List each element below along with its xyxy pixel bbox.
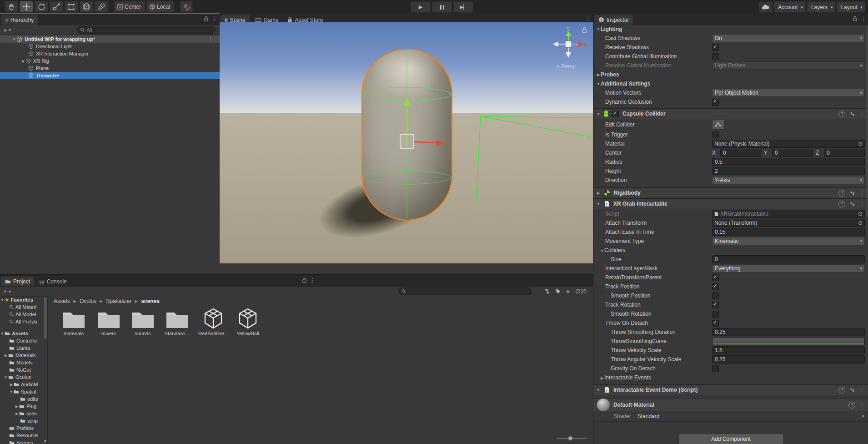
panel-menu-icon[interactable]: ⋮	[861, 15, 866, 22]
scene-menu-icon[interactable]: ⋮	[208, 36, 213, 42]
section-probes[interactable]: ▶Probes	[593, 70, 868, 79]
attach-transform-field[interactable]: None (Transform)⊙	[712, 219, 865, 227]
receive-shadows-checkbox[interactable]	[712, 44, 719, 51]
foldout-icon[interactable]: ▼	[4, 375, 8, 379]
layout-dropdown[interactable]: Layout▾	[837, 1, 865, 13]
scale-tool-button[interactable]	[50, 1, 63, 12]
breadcrumb[interactable]: Assets▶ Oculus▶ Spatializer▶ scenes	[48, 296, 593, 306]
lock-icon[interactable]	[582, 27, 587, 33]
help-icon[interactable]: ?	[838, 190, 845, 197]
direction-dropdown[interactable]: Y-Axis▾	[712, 176, 865, 184]
rect-tool-button[interactable]	[65, 1, 78, 12]
physic-material-field[interactable]: None (Physic Material)⊙	[712, 140, 865, 148]
attach-ease-field[interactable]: 0.15	[712, 228, 865, 236]
hierarchy-search[interactable]	[77, 26, 216, 34]
throw-on-detach-checkbox[interactable]	[712, 320, 719, 327]
create-button[interactable]: +	[3, 288, 7, 295]
script-field[interactable]: XRGrabInteractable⊙	[712, 210, 865, 218]
motion-vectors-dropdown[interactable]: Per Object Motion▾	[712, 89, 865, 97]
chevron-down-icon[interactable]: ▾	[862, 414, 864, 419]
play-button[interactable]: ▶	[411, 1, 431, 13]
project-search-input[interactable]	[408, 289, 529, 294]
foldout-icon[interactable]: ▼	[12, 37, 16, 41]
throw-velocity-scale-field[interactable]: 1.5	[712, 346, 865, 354]
hierarchy-item-xr-interaction-manager[interactable]: XR Interaction Manager	[0, 50, 220, 57]
throw-smoothing-duration-field[interactable]: 0.25	[712, 328, 865, 336]
component-header-capsule-collider[interactable]: ▼ Capsule Collider ?⋮	[593, 108, 868, 119]
center-y-field[interactable]: 0	[772, 149, 813, 157]
tree-item-nuget[interactable]: NuGet	[0, 366, 47, 373]
asset-item-redball[interactable]: RedBallGre...	[196, 308, 230, 336]
tree-item-plugins[interactable]: ▶Plug	[0, 403, 47, 410]
component-header-rigidbody[interactable]: ▶ Rigidbody ?⋮	[593, 187, 868, 198]
slider-knob[interactable]	[568, 436, 572, 440]
breadcrumb-scenes[interactable]: scenes	[141, 298, 160, 304]
throw-angular-velocity-scale-field[interactable]: 0.25	[712, 355, 865, 363]
project-search[interactable]	[399, 288, 532, 295]
panel-menu-icon[interactable]: ⋮	[585, 15, 591, 22]
capsule-object[interactable]	[361, 49, 452, 221]
component-header-xr-grab-interactable[interactable]: ▼ # XR Grab Interactable ?⋮	[593, 198, 868, 209]
scene-viewport[interactable]: y x < Persp	[220, 22, 593, 263]
colliders-size-field[interactable]: 0	[712, 255, 865, 263]
help-icon[interactable]: ?	[838, 201, 845, 207]
create-dropdown-icon[interactable]: ▾	[9, 28, 11, 32]
interaction-layer-mask-dropdown[interactable]: Everything▾	[712, 264, 865, 272]
component-menu-icon[interactable]: ⋮	[859, 111, 865, 117]
section-lighting[interactable]: ▼Lighting	[593, 25, 868, 34]
cloud-button[interactable]	[759, 1, 773, 13]
assets-root[interactable]: ▼Assets	[0, 330, 47, 337]
smooth-rotation-checkbox[interactable]	[712, 311, 719, 318]
favorite-all-prefabs[interactable]: All Prefab	[0, 318, 47, 325]
custom-tool-button[interactable]	[95, 1, 108, 12]
object-picker-icon[interactable]: ⊙	[858, 220, 863, 226]
panel-menu-icon[interactable]: ⋮	[212, 15, 217, 22]
favorites-root[interactable]: ▼★Favorites	[0, 296, 47, 303]
colliders-foldout[interactable]: ▼Colliders	[593, 247, 712, 253]
tab-project[interactable]: Project	[1, 277, 34, 286]
tree-item-llama[interactable]: Llama	[0, 344, 47, 352]
scrollbar-down-arrow[interactable]: ▼	[43, 439, 47, 444]
hidden-packages-toggle[interactable]: ∅20	[575, 288, 587, 295]
tree-item-scenes[interactable]: Scenes	[0, 439, 47, 444]
is-trigger-checkbox[interactable]	[712, 131, 719, 138]
tree-item-scenes-sub[interactable]: ▶scen	[0, 410, 47, 417]
asset-item-sounds[interactable]: sounds	[126, 308, 160, 336]
projection-label[interactable]: < Persp	[557, 63, 576, 70]
dynamic-occlusion-checkbox[interactable]	[712, 99, 719, 106]
tree-item-prefabs[interactable]: Prefabs	[0, 424, 47, 432]
expand-icon[interactable]: ▶	[15, 404, 19, 409]
throw-smoothing-curve-field[interactable]	[712, 337, 865, 345]
asset-item-standard[interactable]: Standard ...	[161, 308, 194, 336]
thumbnail-size-slider[interactable]	[557, 436, 587, 441]
gravity-on-detach-checkbox[interactable]	[712, 365, 719, 372]
lock-icon[interactable]	[853, 16, 858, 21]
hierarchy-item-throwable[interactable]: Throwable	[0, 72, 220, 79]
shader-value[interactable]: Standard	[637, 413, 660, 419]
component-menu-icon[interactable]: ⋮	[859, 190, 865, 196]
hierarchy-item-directional-light[interactable]: Directional Light	[0, 43, 220, 50]
create-dropdown-icon[interactable]: ▾	[9, 289, 11, 294]
expand-icon[interactable]: ▶	[21, 59, 25, 63]
add-component-button[interactable]: Add Component	[678, 434, 784, 444]
retain-transform-parent-checkbox[interactable]	[712, 274, 719, 281]
track-rotation-checkbox[interactable]	[712, 302, 719, 308]
tree-item-oculus[interactable]: ▼Oculus	[0, 373, 47, 381]
tree-item-scripts[interactable]: scrip	[0, 417, 47, 424]
hand-tool-button[interactable]	[5, 1, 18, 12]
tree-item-models[interactable]: Models	[0, 359, 47, 366]
expand-icon[interactable]: ▶	[15, 412, 19, 416]
object-picker-icon[interactable]: ⊙	[858, 211, 863, 217]
inspector-scrollbar[interactable]	[866, 26, 868, 217]
height-field[interactable]: 2	[712, 167, 865, 175]
component-header-interactable-event-demo[interactable]: ▼ # Interactable Event Demo (Script) ?⋮	[593, 384, 868, 395]
breadcrumb-spatializer[interactable]: Spatializer	[106, 298, 131, 304]
layers-dropdown[interactable]: Layers▾	[807, 1, 836, 13]
tab-console[interactable]: ▤ Console	[35, 277, 70, 286]
expand-icon[interactable]: ▶	[9, 383, 14, 387]
track-position-checkbox[interactable]	[712, 283, 719, 290]
hierarchy-item-xr-rig[interactable]: ▶ XR Rig	[0, 57, 220, 65]
hierarchy-item-plane[interactable]: Plane	[0, 65, 220, 72]
material-header[interactable]: Default-Material ?⋮	[593, 399, 868, 411]
tree-item-audiom[interactable]: ▶AudioM	[0, 381, 47, 388]
